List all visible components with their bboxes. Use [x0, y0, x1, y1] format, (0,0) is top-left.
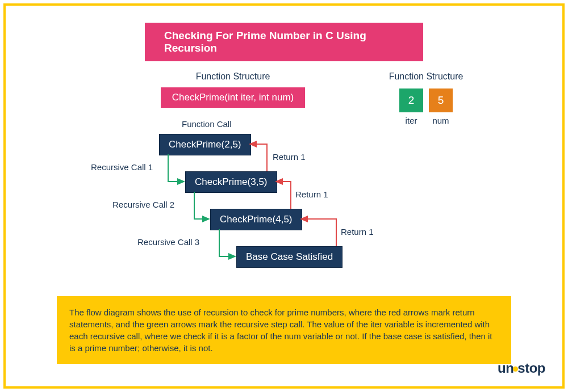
- brand-logo: unstop: [498, 360, 545, 376]
- recursion-diagram: Function Call CheckPrime(2,5) CheckPrime…: [85, 119, 426, 284]
- fn-structure-label-left: Function Structure: [142, 71, 324, 82]
- function-signature: CheckPrime(int iter, int num): [161, 87, 305, 108]
- function-structure-right: Function Structure 2 5 iter num: [369, 71, 483, 125]
- base-case-node: Base Case Satisfied: [236, 246, 343, 268]
- call-node-3: CheckPrime(4,5): [210, 209, 302, 230]
- return-1-label: Return 1: [273, 152, 306, 162]
- num-sublabel: num: [429, 116, 453, 125]
- recursive-arrow-3-icon: [219, 229, 235, 256]
- recursive-call-2-label: Recursive Call 2: [112, 200, 174, 209]
- call-node-2: CheckPrime(3,5): [185, 171, 277, 193]
- function-call-heading: Function Call: [182, 119, 232, 129]
- logo-part2: stop: [517, 360, 545, 376]
- recursive-call-3-label: Recursive Call 3: [137, 237, 199, 247]
- recursive-call-1-label: Recursive Call 1: [91, 162, 153, 172]
- fn-structure-label-right: Function Structure: [369, 71, 483, 82]
- diagram-frame: Checking For Prime Number in C Using Rec…: [3, 3, 565, 389]
- num-value-box: 5: [429, 88, 453, 112]
- recursive-arrow-2-icon: [194, 192, 209, 219]
- return-arrow-1-icon: [250, 144, 267, 171]
- call-node-1: CheckPrime(2,5): [159, 134, 251, 155]
- description-box: The flow diagram shows the use of recurs…: [57, 296, 511, 364]
- recursive-arrow-1-icon: [168, 154, 184, 182]
- return-arrow-3-icon: [301, 219, 336, 246]
- page-title: Checking For Prime Number in C Using Rec…: [145, 23, 423, 61]
- iter-value-box: 2: [399, 88, 423, 112]
- logo-part1: un: [498, 360, 513, 376]
- return-2-label: Return 1: [295, 189, 328, 199]
- return-arrow-2-icon: [276, 182, 291, 209]
- function-structure-left: Function Structure CheckPrime(int iter, …: [142, 71, 324, 108]
- return-3-label: Return 1: [341, 227, 374, 237]
